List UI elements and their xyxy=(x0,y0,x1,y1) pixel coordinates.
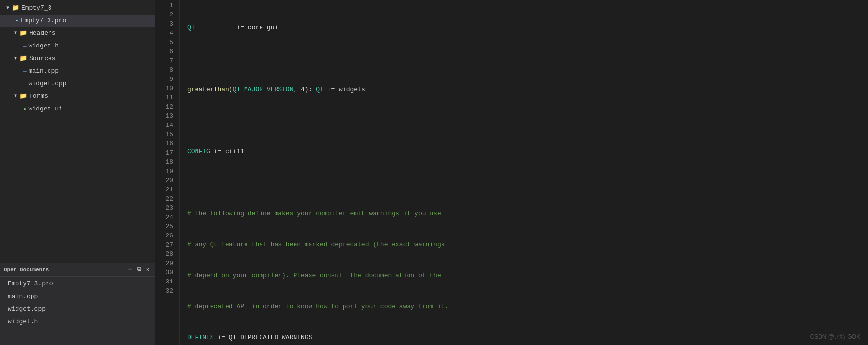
split-button[interactable]: ⧉ xyxy=(135,266,143,274)
ln-20: 20 xyxy=(155,176,173,185)
folder-icon: 📁 xyxy=(12,3,19,14)
code-line-8: # any Qt feature that has been marked de… xyxy=(187,240,868,249)
tree-item-widget-cpp[interactable]: — widget.cpp xyxy=(0,78,155,90)
ln-21: 21 xyxy=(155,185,173,194)
ui-file-icon: ▪ xyxy=(23,104,27,114)
forms-folder-label: Forms xyxy=(29,91,48,102)
tree-item-pro[interactable]: ▪ Empty7_3.pro xyxy=(0,15,155,27)
widget-cpp-label: widget.cpp xyxy=(29,78,66,89)
main-container: ▼ 📁 Empty7_3 ▪ Empty7_3.pro ▼ 📁 Headers … xyxy=(0,0,868,345)
ln-22: 22 xyxy=(155,194,173,204)
ln-26: 26 xyxy=(155,231,173,240)
code-content[interactable]: QT += core gui greaterThan(QT_MAJOR_VERS… xyxy=(180,0,868,345)
forms-folder-icon: 📁 xyxy=(19,91,27,102)
code-line-2 xyxy=(187,54,868,63)
open-doc-pro[interactable]: Empty7_3.pro xyxy=(0,278,155,290)
sidebar-tree[interactable]: ▼ 📁 Empty7_3 ▪ Empty7_3.pro ▼ 📁 Headers … xyxy=(0,0,155,263)
open-documents-title: Open Documents xyxy=(4,267,49,273)
ln-10: 10 xyxy=(155,84,173,93)
ln-24: 24 xyxy=(155,213,173,222)
tree-item-headers-folder[interactable]: ▼ 📁 Headers xyxy=(0,27,155,40)
open-documents-panel: Open Documents — ⧉ ✕ Empty7_3.pro main.c… xyxy=(0,263,155,345)
editor-area[interactable]: 1 2 3 4 5 6 7 8 9 10 11 12 13 14 15 16 1… xyxy=(155,0,868,345)
code-line-6 xyxy=(187,178,868,187)
headers-folder-label: Headers xyxy=(29,28,56,39)
ln-19: 19 xyxy=(155,167,173,176)
cpp-file-icon-widget: — xyxy=(23,78,27,89)
ln-7: 7 xyxy=(155,56,173,65)
code-line-10: # deprecated API in order to know how to… xyxy=(187,302,868,311)
chevron-sources-icon: ▼ xyxy=(12,55,19,63)
ln-25: 25 xyxy=(155,222,173,231)
code-area: 1 2 3 4 5 6 7 8 9 10 11 12 13 14 15 16 1… xyxy=(155,0,868,345)
watermark: CSDN @比特 GOK xyxy=(810,333,860,341)
code-line-9: # depend on your compiler). Please consu… xyxy=(187,271,868,280)
open-doc-main-cpp[interactable]: main.cpp xyxy=(0,290,155,303)
code-line-1: QT += core gui xyxy=(187,23,868,32)
sidebar: ▼ 📁 Empty7_3 ▪ Empty7_3.pro ▼ 📁 Headers … xyxy=(0,0,155,345)
ln-28: 28 xyxy=(155,250,173,259)
ln-31: 31 xyxy=(155,277,173,286)
ln-18: 18 xyxy=(155,157,173,167)
ln-2: 2 xyxy=(155,10,173,19)
minimize-button[interactable]: — xyxy=(127,266,133,274)
tree-item-forms-folder[interactable]: ▼ 📁 Forms xyxy=(0,90,155,103)
cpp-file-icon-main: — xyxy=(23,66,27,77)
ln-11: 11 xyxy=(155,93,173,102)
tree-item-main-cpp[interactable]: — main.cpp xyxy=(0,65,155,78)
ln-15: 15 xyxy=(155,130,173,139)
tree-item-sources-folder[interactable]: ▼ 📁 Sources xyxy=(0,52,155,65)
ln-8: 8 xyxy=(155,65,173,75)
tree-item-widget-h[interactable]: — widget.h xyxy=(0,40,155,52)
open-docs-controls: — ⧉ ✕ xyxy=(127,266,151,274)
widget-ui-label: widget.ui xyxy=(29,104,63,114)
ln-6: 6 xyxy=(155,47,173,56)
ln-13: 13 xyxy=(155,111,173,121)
main-cpp-label: main.cpp xyxy=(29,66,59,77)
code-line-4 xyxy=(187,116,868,125)
sources-folder-label: Sources xyxy=(29,53,56,64)
open-doc-widget-h[interactable]: widget.h xyxy=(0,315,155,328)
open-documents-header: Open Documents — ⧉ ✕ xyxy=(0,263,155,277)
ln-4: 4 xyxy=(155,29,173,38)
ln-9: 9 xyxy=(155,75,173,84)
ln-32: 32 xyxy=(155,286,173,296)
ln-29: 29 xyxy=(155,259,173,268)
ln-3: 3 xyxy=(155,19,173,29)
tree-item-widget-ui[interactable]: ▪ widget.ui xyxy=(0,103,155,115)
headers-folder-icon: 📁 xyxy=(19,28,27,39)
open-doc-widget-cpp[interactable]: widget.cpp xyxy=(0,303,155,315)
widget-h-label: widget.h xyxy=(29,41,59,51)
ln-30: 30 xyxy=(155,268,173,277)
tree-item-project-root[interactable]: ▼ 📁 Empty7_3 xyxy=(0,2,155,15)
ln-16: 16 xyxy=(155,139,173,148)
sources-folder-icon: 📁 xyxy=(19,53,27,64)
ln-14: 14 xyxy=(155,121,173,130)
code-line-11: DEFINES += QT_DEPRECATED_WARNINGS xyxy=(187,333,868,342)
chevron-icon: ▼ xyxy=(4,4,12,12)
ln-1: 1 xyxy=(155,1,173,10)
open-documents-list: Empty7_3.pro main.cpp widget.cpp widget.… xyxy=(0,277,155,345)
code-line-5: CONFIG += c++11 xyxy=(187,147,868,156)
ln-17: 17 xyxy=(155,148,173,157)
h-file-icon: — xyxy=(23,41,27,51)
ln-12: 12 xyxy=(155,102,173,111)
ln-23: 23 xyxy=(155,204,173,213)
line-numbers: 1 2 3 4 5 6 7 8 9 10 11 12 13 14 15 16 1… xyxy=(155,0,180,345)
code-line-3: greaterThan(QT_MAJOR_VERSION, 4): QT += … xyxy=(187,85,868,94)
project-name-label: Empty7_3 xyxy=(21,3,51,14)
code-line-7: # The following define makes your compil… xyxy=(187,209,868,218)
pro-file-icon: ▪ xyxy=(16,16,19,26)
ln-5: 5 xyxy=(155,38,173,47)
close-button[interactable]: ✕ xyxy=(145,266,151,274)
ln-27: 27 xyxy=(155,240,173,250)
chevron-headers-icon: ▼ xyxy=(12,30,19,37)
chevron-forms-icon: ▼ xyxy=(12,93,19,100)
pro-file-label: Empty7_3.pro xyxy=(21,16,66,26)
